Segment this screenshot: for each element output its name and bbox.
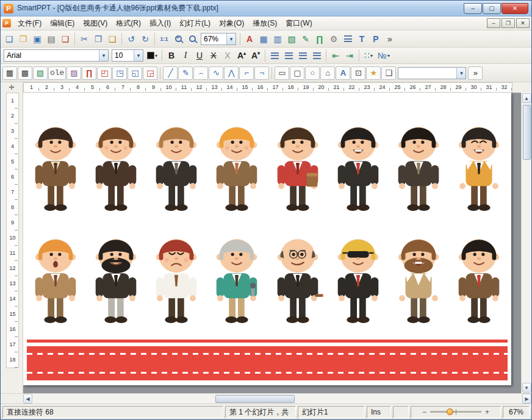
scroll-right-button[interactable]: ▶ bbox=[522, 394, 531, 404]
slide-character-dark-suit-tie-man[interactable] bbox=[390, 113, 447, 216]
menu-item-5[interactable]: 插入(I) bbox=[145, 17, 175, 29]
callout-shape-icon[interactable]: ❑ bbox=[381, 66, 396, 80]
mdi-minimize-button[interactable]: – bbox=[487, 18, 500, 28]
standard-toolbar-overflow[interactable]: » bbox=[383, 32, 397, 46]
frame-tool-icon-2[interactable]: ◳ bbox=[112, 66, 127, 80]
shadow-text-button[interactable]: X bbox=[221, 49, 234, 62]
shape-style-select[interactable]: ▾ bbox=[398, 67, 466, 79]
undo-icon[interactable]: ↺ bbox=[124, 32, 138, 46]
chart-icon[interactable] bbox=[341, 32, 354, 46]
insert-picture-icon[interactable]: ▧ bbox=[33, 66, 48, 80]
slide-character-orange-hair-man[interactable] bbox=[208, 113, 265, 216]
combo-dropdown-arrow-icon[interactable]: ▾ bbox=[134, 50, 143, 61]
menu-item-1[interactable]: 文件(F) bbox=[13, 17, 46, 29]
presentation-icon[interactable]: P bbox=[369, 32, 383, 46]
slide-character-blonde-sunglasses-man[interactable] bbox=[329, 226, 387, 328]
insert-image-icon[interactable]: ▧ bbox=[285, 32, 298, 46]
slide-canvas[interactable] bbox=[23, 93, 521, 393]
combo-dropdown-arrow-icon[interactable]: ▾ bbox=[99, 50, 108, 61]
italic-button[interactable]: I bbox=[179, 49, 192, 62]
crop-icon[interactable]: ⊡ bbox=[351, 66, 365, 80]
decrease-indent-button[interactable]: ⇤ bbox=[329, 49, 342, 62]
frame-tool-icon-4[interactable]: ◲ bbox=[143, 66, 157, 80]
font-color-icon[interactable]: A bbox=[243, 32, 256, 46]
paste-icon[interactable]: ❑ bbox=[106, 32, 119, 46]
text-tool-icon[interactable]: T bbox=[355, 32, 368, 46]
redo-icon[interactable]: ↻ bbox=[138, 32, 152, 46]
increase-font-button[interactable]: A▴ bbox=[235, 49, 248, 62]
status-ins-mode[interactable]: Ins bbox=[367, 406, 391, 418]
slide-character-dark-brown-suit-man[interactable] bbox=[87, 113, 145, 216]
zoom-icon[interactable] bbox=[185, 32, 199, 46]
slide-character-brown-jacket-red-tie-man[interactable] bbox=[450, 226, 508, 328]
line-tool-icon[interactable]: ╱ bbox=[163, 66, 178, 80]
menu-item-4[interactable]: 格式(R) bbox=[112, 17, 145, 29]
slide-character-sad-red-hair-man[interactable] bbox=[148, 226, 205, 328]
font-family-select[interactable]: Arial▾ bbox=[4, 49, 109, 62]
edit-points-icon[interactable]: ✎ bbox=[299, 32, 312, 46]
slide-character-black-beard-man[interactable] bbox=[87, 226, 145, 328]
pattern-fill-icon[interactable]: ▨ bbox=[66, 66, 81, 80]
actual-size-icon[interactable]: 1:1 bbox=[157, 32, 171, 46]
menu-item-3[interactable]: 视图(V) bbox=[79, 17, 112, 29]
menu-item-6[interactable]: 幻灯片(L) bbox=[175, 17, 215, 29]
vertical-scrollbar[interactable]: ▲ ▼ bbox=[521, 93, 531, 393]
insert-table-icon[interactable]: ▦ bbox=[257, 32, 270, 46]
connector-tool-icon[interactable]: ⌐ bbox=[239, 66, 254, 80]
rounded-rectangle-tool-icon[interactable]: ▢ bbox=[290, 66, 304, 80]
slide-layout-icon[interactable]: ▥ bbox=[271, 32, 284, 46]
vertical-scroll-thumb[interactable] bbox=[523, 105, 531, 160]
font-size-select[interactable]: 10▾ bbox=[112, 49, 143, 62]
elbow-connector-icon[interactable]: ¬ bbox=[254, 66, 269, 80]
slide-character-bald-cigar-man[interactable] bbox=[269, 226, 326, 328]
zoom-in-icon[interactable]: + bbox=[171, 32, 185, 46]
tools-icon[interactable]: ⚙ bbox=[327, 32, 340, 46]
decrease-font-button[interactable]: A▾ bbox=[249, 49, 262, 62]
align-justify-button[interactable] bbox=[310, 49, 323, 62]
table-borders-icon[interactable]: ▩ bbox=[18, 66, 32, 80]
menu-item-9[interactable]: 窗口(W) bbox=[281, 17, 316, 29]
slide-character-black-suit-combover-man[interactable] bbox=[148, 113, 205, 216]
wordart-icon[interactable]: A bbox=[336, 66, 350, 80]
zoom-in-button[interactable]: + bbox=[485, 407, 489, 418]
zoom-slider[interactable] bbox=[430, 411, 481, 413]
mdi-restore-button[interactable]: ❐ bbox=[501, 18, 515, 28]
curve-tool-icon[interactable]: ∿ bbox=[209, 66, 223, 80]
menu-item-8[interactable]: 播放(S) bbox=[248, 17, 281, 29]
zoom-slider-thumb[interactable] bbox=[447, 408, 453, 415]
minimize-button[interactable]: – bbox=[464, 3, 482, 14]
mdi-close-button[interactable]: ✕ bbox=[516, 18, 530, 28]
slide-character-brown-suit-man[interactable] bbox=[27, 113, 84, 216]
menu-item-7[interactable]: 对象(O) bbox=[215, 17, 248, 29]
slide-character-elderly-presenter-man[interactable] bbox=[208, 226, 265, 328]
increase-indent-button[interactable]: ⇥ bbox=[343, 49, 356, 62]
bullets-button[interactable]: ∷▾ bbox=[362, 49, 375, 62]
print-icon[interactable]: ▤ bbox=[45, 32, 58, 46]
combo-dropdown-arrow-icon[interactable]: ▾ bbox=[226, 34, 235, 44]
slide-character-bearded-vest-laughing-man[interactable] bbox=[390, 226, 447, 328]
numbering-button[interactable]: №▾ bbox=[376, 49, 392, 62]
cut-icon[interactable]: ✂ bbox=[77, 32, 91, 46]
font-color-swatch[interactable]: ▾ bbox=[145, 49, 159, 62]
draw-toolbar-overflow[interactable]: » bbox=[468, 66, 483, 80]
combo-dropdown-arrow-icon[interactable]: ▾ bbox=[456, 68, 466, 79]
bold-button[interactable]: B bbox=[165, 49, 178, 62]
scroll-down-button[interactable]: ▼ bbox=[522, 383, 531, 393]
slide-character-red-cardigan-folder-man[interactable] bbox=[269, 113, 326, 216]
slide-character-laughing-black-suit-man[interactable] bbox=[329, 113, 387, 216]
underline-button[interactable]: U bbox=[193, 49, 206, 62]
new-document-icon[interactable]: ❏ bbox=[2, 32, 16, 46]
slide[interactable] bbox=[23, 93, 511, 385]
zoom-level-select[interactable]: 67%▾ bbox=[201, 33, 236, 45]
slide-character-amber-vest-man[interactable] bbox=[450, 113, 508, 216]
polygon-tool-icon[interactable]: ⌂ bbox=[320, 66, 335, 80]
export-pdf-icon[interactable]: ❏ bbox=[59, 32, 72, 46]
vertical-ruler[interactable]: 123456789101112131415161718 bbox=[6, 93, 19, 368]
horizontal-ruler[interactable]: 1234567891011121314151617181920212223242… bbox=[23, 82, 512, 93]
save-icon[interactable]: ▣ bbox=[31, 32, 44, 46]
horizontal-scrollbar[interactable]: ◀ ▶ bbox=[23, 394, 531, 404]
align-center-button[interactable] bbox=[282, 49, 295, 62]
copy-icon[interactable]: ❐ bbox=[92, 32, 105, 46]
formula-icon[interactable]: ∏ bbox=[313, 32, 326, 46]
close-button[interactable]: ✕ bbox=[501, 3, 528, 14]
